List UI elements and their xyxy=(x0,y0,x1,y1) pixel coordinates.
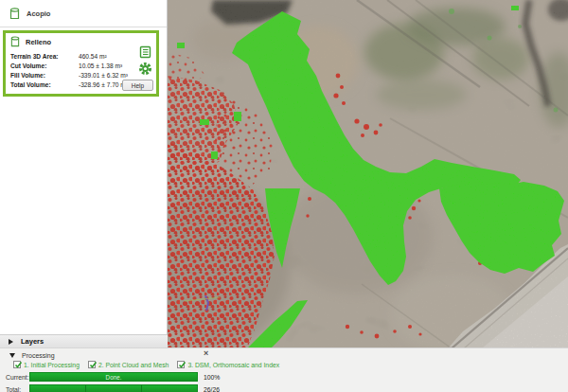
current-percent: 100% xyxy=(204,374,220,381)
measurement-value: 10.05 ± 1.38 m³ xyxy=(79,62,122,71)
volume-panel-relleno[interactable]: Relleno Terrain 3D Area: 460.54 m² Cut V… xyxy=(3,30,159,97)
measurement-value: 460.54 m² xyxy=(79,52,107,62)
layers-label: Layers xyxy=(21,337,44,346)
measurement-label: Terrain 3D Area: xyxy=(10,52,79,62)
collapse-down-icon xyxy=(9,353,15,358)
volume-panel-header[interactable]: Relleno xyxy=(6,33,156,50)
layers-collapsed-bar[interactable]: Layers xyxy=(0,334,168,347)
processing-header[interactable]: Processing xyxy=(0,350,55,360)
table-row: Fill Volume: -339.01 ± 6.32 m³ xyxy=(10,71,129,80)
total-progressbar xyxy=(29,384,198,392)
divider xyxy=(0,27,167,27)
measurement-label: Fill Volume: xyxy=(10,71,79,80)
measurement-table: Terrain 3D Area: 460.54 m² Cut Volume: 1… xyxy=(10,52,129,90)
progress-segment xyxy=(142,385,197,392)
volume-cylinder-icon xyxy=(10,36,20,48)
total-progress-label: Total: xyxy=(6,386,29,392)
processing-title: Processing xyxy=(22,352,55,359)
checkbox-checked-icon[interactable] xyxy=(13,361,21,368)
settings-gear-icon[interactable] xyxy=(138,62,152,76)
noise-texture xyxy=(168,0,568,347)
checkbox-checked-icon[interactable] xyxy=(88,361,96,368)
step-point-cloud-mesh[interactable]: 2. Point Cloud and Mesh xyxy=(88,361,169,368)
volume-panel-title: Relleno xyxy=(26,38,51,46)
map-viewport[interactable] xyxy=(168,0,568,347)
step-initial-processing[interactable]: 1. Initial Processing xyxy=(13,361,80,368)
current-progressbar: Done. xyxy=(29,372,198,382)
volume-cylinder-icon xyxy=(9,8,20,21)
step-label: 2. Point Cloud and Mesh xyxy=(98,362,169,368)
checkbox-checked-icon[interactable] xyxy=(177,361,185,368)
sidebar-item-label: Acopio xyxy=(27,9,50,18)
sidebar-item-acopio[interactable]: Acopio xyxy=(0,3,167,25)
table-row: Total Volume: -328.96 ± 7.70 m³ xyxy=(10,80,129,90)
step-label: 3. DSM, Orthomosaic and Index xyxy=(187,362,279,368)
progress-segment xyxy=(86,385,142,392)
help-button[interactable]: Help xyxy=(122,80,153,91)
processing-panel: Processing × 1. Initial Processing 2. Po… xyxy=(0,347,568,392)
copy-to-clipboard-icon[interactable] xyxy=(139,45,151,59)
progressbar-status-text: Done. xyxy=(30,373,197,381)
objects-sidebar: Acopio Relleno Terrain 3D Area: 460.54 m… xyxy=(0,0,168,347)
photogrammetry-app-window: Acopio Relleno Terrain 3D Area: 460.54 m… xyxy=(0,0,568,392)
step-dsm-orthomosaic-index[interactable]: 3. DSM, Orthomosaic and Index xyxy=(177,361,279,368)
measurement-label: Cut Volume: xyxy=(10,62,79,71)
table-row: Cut Volume: 10.05 ± 1.38 m³ xyxy=(10,62,129,71)
measurement-label: Total Volume: xyxy=(10,80,79,90)
current-progress-label: Current: xyxy=(6,374,29,381)
expand-right-icon xyxy=(9,339,13,345)
step-label: 1. Initial Processing xyxy=(24,362,80,368)
progress-segment xyxy=(30,385,86,392)
orthomosaic-view xyxy=(168,0,568,347)
processing-steps: 1. Initial Processing 2. Point Cloud and… xyxy=(13,361,279,368)
measurement-value: -328.96 ± 7.70 m³ xyxy=(79,80,128,90)
measurement-value: -339.01 ± 6.32 m³ xyxy=(79,71,128,80)
close-icon[interactable]: × xyxy=(204,349,208,358)
table-row: Terrain 3D Area: 460.54 m² xyxy=(10,52,129,62)
total-count: 26/26 xyxy=(204,386,220,392)
